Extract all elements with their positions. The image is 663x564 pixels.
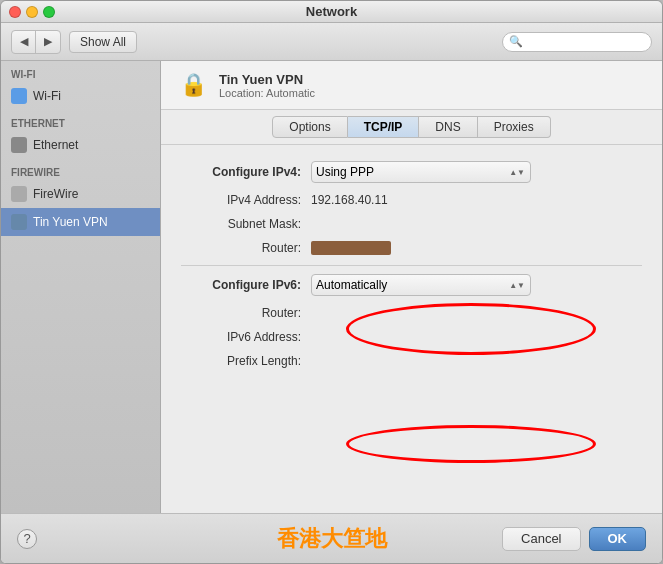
connection-location: Location: Automatic — [219, 87, 315, 99]
toolbar: ◀ ▶ Show All 🔍 — [1, 23, 662, 61]
watermark-text: 香港大笪地 — [277, 524, 387, 554]
configure-ipv4-row: Configure IPv4: Using PPP Manually Off — [181, 161, 642, 183]
ipv6-address-label: IPv6 Address: — [181, 330, 311, 344]
configure-ipv4-select-wrapper: Using PPP Manually Off — [311, 161, 531, 183]
show-all-button[interactable]: Show All — [69, 31, 137, 53]
sidebar-item-wifi[interactable]: Wi-Fi — [1, 82, 160, 110]
close-button[interactable] — [9, 6, 21, 18]
router6-row: Router: — [181, 306, 642, 320]
tab-bar: Options TCP/IP DNS Proxies — [161, 110, 662, 145]
sidebar-item-vpn[interactable]: Tin Yuen VPN — [1, 208, 160, 236]
ethernet-icon — [11, 137, 27, 153]
minimize-button[interactable] — [26, 6, 38, 18]
help-button[interactable]: ? — [17, 529, 37, 549]
configure-ipv4-label: Configure IPv4: — [181, 165, 311, 179]
ipv4-address-row: IPv4 Address: 192.168.40.11 — [181, 193, 642, 207]
maximize-button[interactable] — [43, 6, 55, 18]
ipv6-address-row: IPv6 Address: — [181, 330, 642, 344]
form-content: Configure IPv4: Using PPP Manually Off I… — [161, 145, 662, 394]
search-input[interactable] — [526, 35, 645, 49]
subnet-mask-row: Subnet Mask: — [181, 217, 642, 231]
bottom-buttons: Cancel OK — [502, 527, 646, 551]
cancel-button[interactable]: Cancel — [502, 527, 580, 551]
configure-ipv6-row: Configure IPv6: Automatically Manually O… — [181, 274, 642, 296]
titlebar: Network — [1, 1, 662, 23]
subnet-mask-label: Subnet Mask: — [181, 217, 311, 231]
configure-ipv6-select-wrapper: Automatically Manually Off Link-local on… — [311, 274, 531, 296]
red-circle-ipv6 — [346, 425, 596, 463]
configure-ipv6-select[interactable]: Automatically Manually Off Link-local on… — [311, 274, 531, 296]
wifi-icon — [11, 88, 27, 104]
prefix-length-label: Prefix Length: — [181, 354, 311, 368]
tab-proxies[interactable]: Proxies — [478, 116, 551, 138]
router-bar — [311, 241, 391, 255]
tab-dns[interactable]: DNS — [419, 116, 477, 138]
connection-name: Tin Yuen VPN — [219, 72, 315, 87]
tab-tcpip[interactable]: TCP/IP — [348, 116, 420, 138]
network-window: Network ◀ ▶ Show All 🔍 Wi-Fi Wi-Fi Ether… — [0, 0, 663, 564]
sidebar-item-ethernet[interactable]: Ethernet — [1, 131, 160, 159]
router6-label: Router: — [181, 306, 311, 320]
section-divider — [181, 265, 642, 266]
sidebar-section-wifi: Wi-Fi — [1, 61, 160, 82]
search-icon: 🔍 — [509, 35, 523, 48]
vpn-icon — [11, 214, 27, 230]
connection-info: Tin Yuen VPN Location: Automatic — [219, 72, 315, 99]
connection-header: 🔒 Tin Yuen VPN Location: Automatic — [161, 61, 662, 110]
bottom-bar: ? 香港大笪地 Cancel OK — [1, 513, 662, 563]
sidebar: Wi-Fi Wi-Fi Ethernet Ethernet FireWire F… — [1, 61, 161, 513]
configure-ipv4-select[interactable]: Using PPP Manually Off — [311, 161, 531, 183]
sidebar-section-ethernet: Ethernet — [1, 110, 160, 131]
forward-button[interactable]: ▶ — [36, 31, 60, 53]
sidebar-item-vpn-label: Tin Yuen VPN — [33, 215, 108, 229]
search-box: 🔍 — [502, 32, 652, 52]
tab-options[interactable]: Options — [272, 116, 347, 138]
sidebar-item-firewire[interactable]: FireWire — [1, 180, 160, 208]
window-title: Network — [306, 4, 357, 19]
configure-ipv6-label: Configure IPv6: — [181, 278, 311, 292]
right-panel: 🔒 Tin Yuen VPN Location: Automatic Optio… — [161, 61, 662, 513]
vpn-lock-icon: 🔒 — [177, 69, 209, 101]
back-button[interactable]: ◀ — [12, 31, 36, 53]
traffic-lights — [9, 6, 55, 18]
sidebar-section-firewire: FireWire — [1, 159, 160, 180]
nav-buttons: ◀ ▶ — [11, 30, 61, 54]
prefix-length-row: Prefix Length: — [181, 354, 642, 368]
ipv4-address-label: IPv4 Address: — [181, 193, 311, 207]
ipv4-address-value: 192.168.40.11 — [311, 193, 388, 207]
router-label: Router: — [181, 241, 311, 255]
ok-button[interactable]: OK — [589, 527, 647, 551]
form-area: Configure IPv4: Using PPP Manually Off I… — [161, 145, 662, 513]
firewire-icon — [11, 186, 27, 202]
router-row: Router: — [181, 241, 642, 255]
main-content: Wi-Fi Wi-Fi Ethernet Ethernet FireWire F… — [1, 61, 662, 513]
